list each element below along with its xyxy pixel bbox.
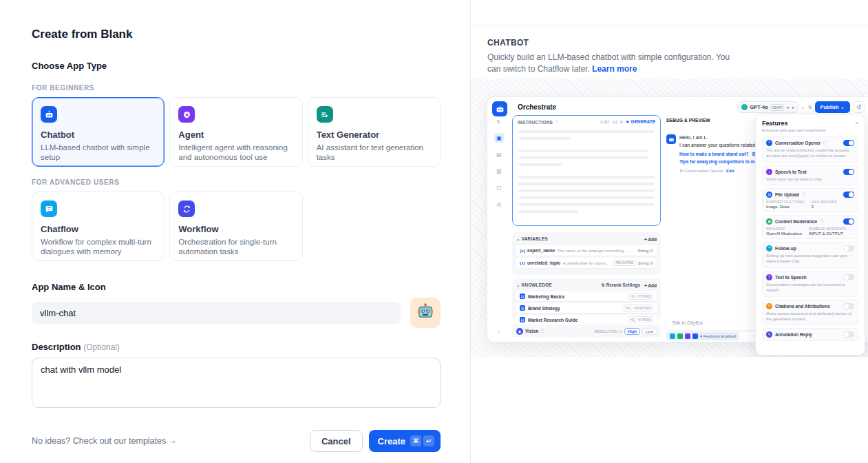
knowledge-panel: ⌄ KNOWLEDGE ⇅ Rerank Settings + Add ▤ Ma… — [512, 278, 661, 321]
variables-panel: ⌄ VARIABLES + Add {x} expert_name The na… — [512, 232, 661, 275]
content-moderation-icon: ▣ — [766, 218, 772, 225]
preview-icon: ▤ — [494, 150, 504, 159]
app-type-desc: Intelligent agent with reasoning and aut… — [178, 143, 293, 162]
debug-preview-title: DEBUG & PREVIEW — [666, 118, 710, 123]
for-beginners-label: FOR BEGINNERS — [32, 84, 441, 92]
page-title: Create from Blank — [32, 28, 441, 41]
templates-link[interactable]: No ideas? Check out our templates→ — [32, 436, 177, 446]
app-type-desc: LLM-based chatbot with simple setup — [41, 143, 156, 162]
dataset-icon: ▤ — [520, 294, 525, 299]
model-provider-icon — [741, 104, 748, 110]
app-type-card-chatbot[interactable]: Chatbot LLM-based chatbot with simple se… — [32, 97, 165, 167]
annotation-icon: ▢ — [494, 183, 504, 192]
app-name-label: App Name & Icon — [32, 282, 441, 292]
edit-opener-link: Edit — [726, 169, 734, 173]
chatbot-heading: CHATBOT — [487, 38, 851, 48]
toggle-conversation-opener[interactable] — [843, 140, 854, 146]
copy-icon: ⧉ — [620, 120, 622, 125]
conversation-opener-icon: ❝ — [766, 140, 772, 146]
toggle-citations[interactable] — [843, 303, 854, 309]
toggle-file-upload[interactable] — [843, 192, 854, 198]
description-input[interactable]: chat with vllm model — [32, 358, 441, 408]
knowledge-row: ▤ Marketing Basics HQ · HYBRID — [516, 291, 657, 301]
feature-speech-to-text: ♪ Speech to Text Voice input can be used… — [762, 165, 858, 186]
app-type-name: Chatbot — [41, 130, 156, 140]
toggle-speech-to-text[interactable] — [843, 169, 854, 175]
robot-emoji-icon — [416, 302, 434, 323]
history-icon: ↺ — [853, 101, 865, 113]
speech-mini-icon — [685, 333, 690, 339]
app-type-card-workflow[interactable]: Workflow Orchestration for single-turn a… — [169, 192, 302, 261]
toggle-content-moderation[interactable] — [843, 218, 854, 225]
app-type-card-chatflow[interactable]: Chatflow Workflow for complex multi-turn… — [32, 192, 165, 261]
learn-more-link[interactable]: Learn more — [592, 64, 637, 74]
opener-mini-icon — [670, 333, 675, 339]
app-type-desc: AI assistant for text generation tasks — [317, 143, 432, 162]
publish-button: Publish ⌄ — [815, 101, 850, 113]
app-type-card-text-generator[interactable]: Text Generator AI assistant for text gen… — [308, 97, 441, 167]
app-type-desc: Orchestration for single-turn automation… — [178, 237, 293, 256]
dataset-icon: ▤ — [520, 305, 525, 311]
moderation-mini-icon — [677, 333, 683, 339]
dataset-icon: ▤ — [520, 317, 525, 322]
knowledge-row: ▤ Market Research Guide HQ · HYBRID — [516, 315, 657, 325]
app-type-desc: Workflow for complex multi-turn dialogue… — [41, 237, 156, 256]
add-knowledge-button: + Add — [644, 283, 657, 288]
feature-content-moderation: ▣ Content Moderationⓘ PROVIDEROpenAI Mod… — [762, 215, 858, 239]
description-label: Description (Optional) — [32, 342, 441, 352]
enter-key-icon: ↵ — [423, 435, 434, 446]
cmd-key-icon: ⌘ — [410, 435, 421, 446]
chevron-down-icon: ⌄ — [801, 105, 805, 110]
arrow-right-icon: → — [168, 436, 177, 446]
features-panel: Features × Enhance web app user experien… — [755, 114, 865, 356]
create-app-screen: Create from Blank Choose App Type FOR BE… — [0, 0, 868, 463]
annotation-reply-icon: ✎ — [766, 331, 772, 338]
app-type-card-agent[interactable]: Agent Intelligent agent with reasoning a… — [169, 97, 302, 167]
logs-icon: ▥ — [494, 166, 504, 176]
cancel-button[interactable]: Cancel — [310, 430, 363, 452]
info-icon: ⓘ — [555, 120, 559, 125]
close-icon: × — [855, 120, 858, 126]
variable-icon: {x} — [612, 120, 617, 124]
workflow-icon — [178, 200, 195, 217]
agent-icon — [178, 106, 195, 123]
app-name-input[interactable] — [32, 302, 401, 324]
feature-conversation-opener: ❝ Conversation Openerⓘ You are an entity… — [762, 136, 858, 163]
top-strip — [471, 0, 868, 26]
params-icon: ● — [792, 105, 794, 110]
feature-text-to-speech: T Text to Speech Conversation messages c… — [762, 271, 858, 297]
chatbot-description: Quickly build an LLM-based chatbot with … — [487, 52, 851, 76]
instructions-skeleton — [513, 127, 660, 220]
instructions-panel: INSTRUCTIONS ⓘ 2182 {x} ⧉ ★ GENERATE — [512, 115, 661, 226]
generate-button: ★ GENERATE — [626, 119, 655, 125]
resolution-low-chip: Low — [642, 328, 657, 335]
create-button[interactable]: Create ⌘ ↵ — [369, 430, 441, 452]
toggle-text-to-speech[interactable] — [843, 274, 854, 280]
citations-icon: ❝ — [766, 303, 772, 309]
choose-app-type-label: Choose App Type — [32, 61, 441, 71]
orchestrate-title: Orchestrate — [518, 103, 556, 111]
create-from-blank-panel: Create from Blank Choose App Type FOR BE… — [0, 0, 470, 463]
text-generator-icon — [317, 106, 333, 123]
variable-row: {x} expert_name The name of the strategi… — [516, 245, 657, 256]
app-icon-picker[interactable] — [410, 298, 441, 328]
vision-row: ◉ Vision ⓘ RESOLUTION ⓘ High Low — [512, 325, 661, 338]
app-type-name: Workflow — [178, 224, 293, 234]
features-enabled-badge: 4 Features Enabled — [666, 332, 739, 340]
chatflow-icon — [41, 200, 57, 217]
collapse-icon: ▫ — [494, 327, 504, 337]
shortcut-hint: ⌘ ↵ — [410, 435, 434, 446]
preview-app-icon — [492, 101, 507, 116]
resolution-high-chip: High — [624, 328, 640, 335]
advanced-app-type-grid: Chatflow Workflow for complex multi-turn… — [32, 192, 441, 261]
follow-up-icon: ❞ — [766, 245, 772, 251]
bot-avatar — [666, 134, 676, 144]
app-type-name: Chatflow — [41, 224, 156, 234]
toggle-annotation-reply[interactable] — [843, 331, 854, 338]
feature-file-upload: ▤ File Uploadⓘ SUPPORT FILE TYPESImage, … — [762, 188, 858, 212]
tune-icon: ⇅ — [808, 105, 812, 110]
preview-area: ⇅ ▣ ▤ ▥ ▢ ◎ ▫ Orchestrate GPT-4o CHAT ● — [471, 79, 868, 357]
optional-label: (Optional) — [83, 342, 120, 352]
toggle-follow-up[interactable] — [843, 245, 854, 251]
chatbot-icon — [41, 106, 57, 123]
